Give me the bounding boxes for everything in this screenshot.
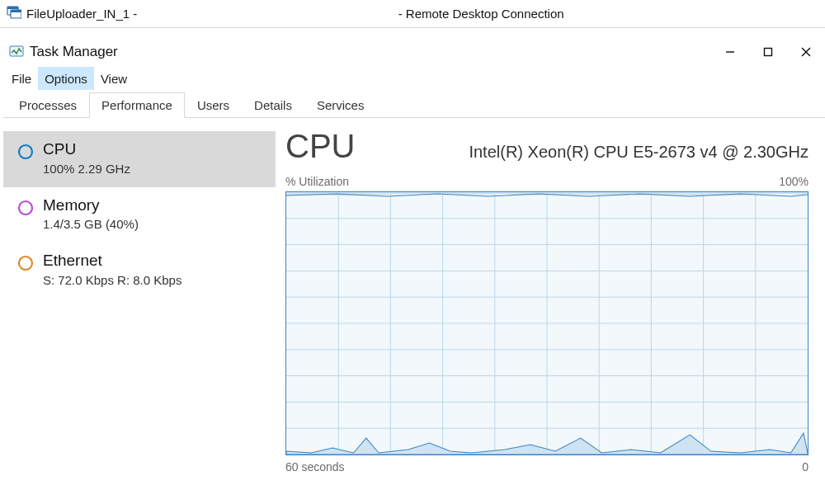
memory-sub: 1.4/3.5 GB (40%) bbox=[43, 217, 139, 231]
cpu-sub: 100% 2.29 GHz bbox=[43, 162, 130, 176]
rdc-connection-name: FileUploader_IN_1 - bbox=[26, 7, 137, 21]
graph-label-util: % Utilization bbox=[285, 175, 349, 188]
cpu-ring-icon bbox=[16, 143, 35, 161]
memory-ring-icon bbox=[16, 199, 35, 217]
window-title: Task Manager bbox=[30, 44, 118, 60]
tab-processes[interactable]: Processes bbox=[7, 92, 89, 118]
rdc-title: - Remote Desktop Connection bbox=[137, 7, 825, 21]
tab-performance[interactable]: Performance bbox=[89, 92, 185, 118]
cpu-detail-pane: CPU Intel(R) Xeon(R) CPU E5-2673 v4 @ 2.… bbox=[276, 120, 825, 504]
task-manager-title-bar: Task Manager bbox=[3, 37, 825, 67]
tab-services[interactable]: Services bbox=[304, 92, 377, 118]
graph-x-right: 0 bbox=[802, 460, 808, 473]
tab-strip: Processes Performance Users Details Serv… bbox=[3, 92, 825, 118]
maximize-button[interactable] bbox=[749, 37, 787, 67]
minimize-button[interactable] bbox=[711, 37, 749, 67]
svg-point-9 bbox=[19, 145, 32, 158]
menu-bar: File Options View bbox=[3, 67, 825, 90]
sidebar-item-ethernet[interactable]: Ethernet S: 72.0 Kbps R: 8.0 Kbps bbox=[3, 243, 276, 299]
performance-sidebar: CPU 100% 2.29 GHz Memory 1.4/3.5 GB (40%… bbox=[3, 120, 276, 504]
svg-rect-6 bbox=[765, 49, 772, 56]
svg-point-11 bbox=[19, 257, 32, 270]
cpu-label: CPU bbox=[43, 139, 130, 160]
sidebar-item-cpu[interactable]: CPU 100% 2.29 GHz bbox=[3, 131, 276, 187]
svg-rect-3 bbox=[11, 10, 21, 12]
close-button[interactable] bbox=[787, 37, 825, 67]
graph-label-max: 100% bbox=[779, 175, 808, 188]
tab-details[interactable]: Details bbox=[242, 92, 304, 118]
rdc-icon bbox=[7, 5, 21, 22]
sidebar-item-memory[interactable]: Memory 1.4/3.5 GB (40%) bbox=[3, 187, 276, 243]
menu-view[interactable]: View bbox=[94, 67, 134, 90]
graph-top-labels: % Utilization 100% bbox=[285, 175, 808, 188]
svg-point-10 bbox=[19, 201, 32, 214]
task-manager-icon bbox=[8, 43, 25, 62]
performance-content: CPU 100% 2.29 GHz Memory 1.4/3.5 GB (40%… bbox=[3, 120, 825, 504]
ethernet-sub: S: 72.0 Kbps R: 8.0 Kbps bbox=[43, 273, 182, 287]
cpu-model: Intel(R) Xeon(R) CPU E5-2673 v4 @ 2.30GH… bbox=[469, 143, 808, 162]
ethernet-ring-icon bbox=[16, 254, 35, 272]
menu-file[interactable]: File bbox=[5, 67, 38, 90]
ethernet-label: Ethernet bbox=[43, 251, 182, 271]
menu-options[interactable]: Options bbox=[38, 67, 94, 90]
caption-buttons bbox=[711, 37, 825, 67]
graph-x-left: 60 seconds bbox=[285, 460, 345, 473]
task-manager-window: Task Manager File Options View Processes… bbox=[3, 37, 825, 504]
tab-users[interactable]: Users bbox=[185, 92, 242, 118]
cpu-heading: CPU bbox=[285, 128, 355, 165]
cpu-utilization-graph bbox=[285, 191, 808, 455]
rdc-title-bar: FileUploader_IN_1 - - Remote Desktop Con… bbox=[0, 0, 825, 28]
memory-label: Memory bbox=[43, 195, 139, 216]
cpu-header: CPU Intel(R) Xeon(R) CPU E5-2673 v4 @ 2.… bbox=[285, 128, 808, 165]
graph-bottom-labels: 60 seconds 0 bbox=[285, 460, 808, 473]
svg-rect-1 bbox=[7, 7, 18, 9]
